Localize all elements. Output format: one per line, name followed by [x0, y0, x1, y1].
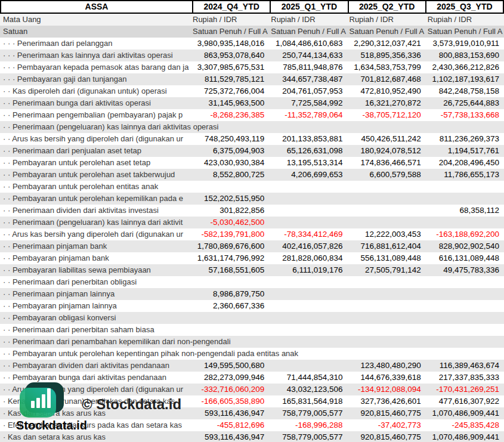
table-body: · · · Penerimaan dari pelanggan 3,980,93…: [0, 38, 504, 442]
cell-value: [269, 205, 347, 217]
cell-value: 301,822,856: [191, 205, 269, 217]
cell-value: 26,725,644,883: [426, 97, 504, 109]
cell-value: 758,779,005,577: [269, 431, 347, 442]
unit-row-label: Satuan: [0, 26, 191, 38]
cell-value: 174,836,466,571: [348, 157, 426, 169]
cell-value: 3,307,985,675,531: [191, 61, 269, 73]
row-label: · · Pembayaran untuk perolehan aset takb…: [0, 169, 191, 181]
cell-value: [348, 193, 426, 205]
cell-value: 1,084,486,610,683: [269, 38, 347, 50]
cell-value: [269, 312, 347, 324]
table-row: · · Penerimaan bunga dari aktivitas oper…: [0, 97, 504, 109]
cell-value: 1,070,486,909,441: [426, 431, 504, 442]
row-label: · · Penerimaan dari penambahan kepemilik…: [0, 336, 191, 348]
cell-value: [426, 121, 504, 133]
stockdata-wordmark: Stockdata.id: [16, 419, 87, 432]
cell-value: 423,030,930,384: [191, 157, 269, 169]
ticker-header-cell: ASSA: [1, 1, 192, 13]
cell-value: [348, 288, 426, 300]
cell-value: [269, 276, 347, 288]
table-row: · · Arus kas bersih yang diperoleh dari …: [0, 228, 504, 240]
cell-value: [191, 276, 269, 288]
cell-value: [348, 348, 426, 360]
cell-value: 3,980,935,148,016: [191, 38, 269, 50]
cell-value: [426, 336, 504, 348]
row-label: · · Penerimaan pengembalian (pembayaran)…: [0, 109, 191, 121]
row-label: · · Pembayaran liabilitas sewa pembiayaa…: [0, 264, 191, 276]
cell-value: 2,360,667,336: [191, 300, 269, 312]
cell-value: -38,705,712,120: [348, 109, 426, 121]
cell-value: -166,605,358,890: [191, 395, 269, 407]
table-header-row: ASSA 2024_Q4_YTD 2025_Q1_YTD 2025_Q2_YTD…: [0, 0, 504, 14]
cell-value: [348, 300, 426, 312]
cell-value: 800,883,153,690: [426, 50, 504, 61]
cell-value: 116,389,463,674: [426, 360, 504, 372]
cell-value: 758,779,005,577: [269, 407, 347, 419]
cell-value: -37,402,773: [348, 419, 426, 431]
table-row: · Kas dan setara kas arus kas 593,116,43…: [0, 407, 504, 419]
cell-value: 152,202,515,950: [191, 193, 269, 205]
cell-value: 8,986,879,750: [191, 288, 269, 300]
cell-value: [269, 217, 347, 228]
cell-value: 31,145,963,500: [191, 97, 269, 109]
cell-value: 12,222,003,453: [348, 228, 426, 240]
cell-value: 11,786,655,173: [426, 169, 504, 181]
cell-value: 4,206,699,653: [269, 169, 347, 181]
row-label: · · Penerimaan dari penerbitan saham bia…: [0, 324, 191, 336]
table-row: · · Pembayaran bunga dari aktivitas pend…: [0, 372, 504, 384]
cell-value: [269, 288, 347, 300]
cell-value: 402,416,057,826: [269, 240, 347, 252]
cell-value: 204,761,057,953: [269, 85, 347, 97]
cell-value: [426, 181, 504, 193]
table-row: · · Penerimaan dari penerbitan obligasi: [0, 276, 504, 288]
cell-value: -455,812,696: [191, 419, 269, 431]
cell-value: 450,426,511,242: [348, 133, 426, 145]
row-label: · · · Penerimaan dari pelanggan: [0, 38, 191, 50]
cell-value: [269, 324, 347, 336]
cell-value: 1,194,517,761: [426, 145, 504, 157]
cell-value: 842,248,758,158: [426, 85, 504, 97]
table-row: · · Pembayaran dividen dari aktivitas pe…: [0, 360, 504, 372]
cell-value: [191, 121, 269, 133]
table-row: · · Penerimaan pinjaman lainnya 8,986,87…: [0, 288, 504, 300]
cell-value: [348, 324, 426, 336]
column-header-q3-2025: 2025_Q3_YTD: [425, 1, 503, 13]
table-row: · · Pembayaran pinjaman lainnya 2,360,66…: [0, 300, 504, 312]
cell-value: 477,616,307,922: [426, 395, 504, 407]
cell-value: 2,430,366,212,826: [426, 61, 504, 73]
table-row: · · Penerimaan (pengeluaran) kas lainnya…: [0, 217, 504, 228]
cell-value: 27,505,791,142: [348, 264, 426, 276]
cell-value: 71,444,854,310: [269, 372, 347, 384]
cell-value: 123,480,480,290: [348, 360, 426, 372]
currency-cell: Rupiah / IDR: [348, 14, 426, 26]
table-row: · Kenaikan (penurunan) bersih kas dan se…: [0, 395, 504, 407]
cell-value: [426, 324, 504, 336]
row-label: · · Pembayaran pinjaman bank: [0, 252, 191, 264]
table-row: · · Pembayaran untuk perolehan aset teta…: [0, 157, 504, 169]
cell-value: [426, 276, 504, 288]
cell-value: -78,334,412,469: [269, 228, 347, 240]
unit-cell: Satuan Penuh / Full A: [269, 26, 347, 38]
column-header-q2-2025: 2025_Q2_YTD: [348, 1, 425, 13]
cell-value: 43,032,123,506: [269, 384, 347, 395]
table-row: · · Penerimaan dividen dari aktivitas in…: [0, 205, 504, 217]
cell-value: 863,953,078,640: [191, 50, 269, 61]
row-label: · · Arus kas bersih yang diperoleh dari …: [0, 228, 191, 240]
row-label: · · · Pembayaran gaji dan tunjangan: [0, 73, 191, 85]
cell-value: 593,116,436,947: [191, 431, 269, 442]
cell-value: [348, 336, 426, 348]
cell-value: -245,835,428: [426, 419, 504, 431]
table-row: · · Pembayaran liabilitas sewa pembiayaa…: [0, 264, 504, 276]
cell-value: 13,195,513,314: [269, 157, 347, 169]
cell-value: 1,631,174,796,992: [191, 252, 269, 264]
table-row: · · · Penerimaan kas lainnya dari aktivi…: [0, 50, 504, 61]
row-label: · · Penerimaan pinjaman lainnya: [0, 288, 191, 300]
unit-cell: Satuan Penuh / Full A: [426, 26, 504, 38]
cell-value: [426, 348, 504, 360]
column-header-q4-2024: 2024_Q4_YTD: [192, 1, 270, 13]
cell-value: 6,111,019,176: [269, 264, 347, 276]
table-row: · · Penerimaan pengembalian (pembayaran)…: [0, 109, 504, 121]
table-row: · · Kas diperoleh dari (digunakan untuk)…: [0, 85, 504, 97]
table-row: · · · Penerimaan dari pelanggan 3,980,93…: [0, 38, 504, 50]
table-row: · · · Pembayaran kepada pemasok atas bar…: [0, 61, 504, 73]
